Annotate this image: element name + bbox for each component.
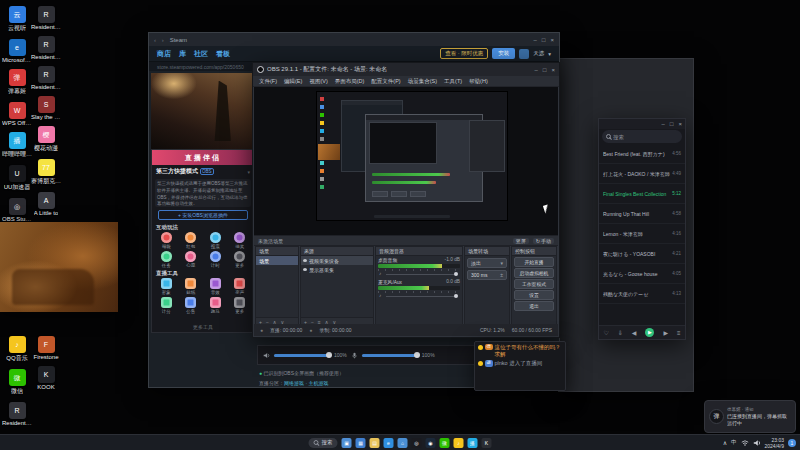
ime-indicator[interactable]: 中 — [731, 439, 737, 446]
tool-item[interactable]: 形象 — [154, 278, 179, 295]
clock[interactable]: 23:03 2024/4/9 — [765, 437, 784, 449]
history-arrows-icon[interactable]: ‹ › — [154, 37, 166, 43]
desktop-icon[interactable]: UUU加速器 — [2, 165, 32, 192]
portrait-mode-chip[interactable]: 竖屏 — [513, 238, 529, 244]
status-line-2-value[interactable]: 网络游戏 · 主机游戏 — [284, 380, 328, 386]
previous-icon[interactable]: ◀ — [632, 330, 637, 336]
desktop-icon[interactable]: 樱樱花动漫 — [31, 126, 61, 153]
menu-item[interactable]: 界面布局(D) — [335, 78, 365, 85]
promo-button[interactable]: 查看 · 限时优惠 — [440, 48, 488, 59]
transitions-dock-title[interactable]: 场景转场 — [465, 247, 509, 256]
desktop-icon[interactable]: FFirestone — [31, 336, 61, 360]
more-tools-link[interactable]: 更多工具 — [152, 322, 254, 332]
steam-tab[interactable]: 库 — [179, 49, 186, 59]
taskbar-icon-microsoft-store[interactable]: ⌂ — [398, 438, 408, 448]
desktop-icon[interactable]: 播哔哩哔哩直播 — [2, 132, 32, 159]
menu-item[interactable]: 编辑(E) — [284, 78, 302, 85]
desktop-icon[interactable]: RResident Evil 2 — [31, 6, 61, 30]
visibility-eye-icon[interactable] — [303, 259, 307, 262]
maximize-icon[interactable]: □ — [542, 37, 546, 43]
desktop-icon[interactable]: WWPS Office — [2, 102, 32, 126]
obs-control-button[interactable]: 工作室模式 — [514, 279, 554, 289]
notification-badge[interactable]: 1 — [788, 439, 796, 447]
taskbar-icon-kook[interactable]: K — [482, 438, 492, 448]
desktop-icon[interactable]: SSlay the Spire — [31, 96, 61, 120]
tool-item[interactable]: 福袋 — [154, 232, 179, 249]
tool-item[interactable]: 贴纸 — [179, 278, 204, 295]
speaker-volume-slider[interactable] — [274, 354, 330, 357]
tool-item[interactable]: 音效 — [203, 278, 228, 295]
menu-item[interactable]: 配置文件(P) — [371, 78, 400, 85]
desktop-icon[interactable]: 云云视听 — [2, 6, 32, 33]
steam-titlebar[interactable]: ‹ › Steam – □ × — [149, 33, 559, 46]
avatar[interactable] — [519, 49, 529, 59]
obs-titlebar[interactable]: OBS 29.1.1 - 配置文件: 未命名 - 场景: 未命名 – □ × — [253, 63, 559, 76]
tool-item[interactable]: 心愿 — [179, 251, 204, 268]
song-row[interactable]: 打上花火 - DAOKO / 米津玄師4:49 — [599, 164, 685, 184]
taskbar-icon-task-view[interactable]: ▣ — [342, 438, 352, 448]
desktop-icon[interactable]: ◎OBS Studio — [2, 198, 32, 222]
favorite-icon[interactable]: ♡ — [603, 330, 608, 336]
spinner-icon[interactable]: ± — [500, 272, 503, 278]
source-item[interactable]: 显示器采集 — [301, 265, 373, 274]
volume-slider[interactable]: ♪ — [378, 271, 460, 277]
minimize-icon[interactable]: – — [535, 67, 538, 73]
desktop-icon[interactable]: KKOOK — [31, 366, 61, 390]
obs-control-button[interactable]: 启动虚拟相机 — [514, 268, 554, 278]
next-icon[interactable]: ▶ — [663, 330, 668, 336]
mic-volume-slider[interactable] — [362, 354, 418, 357]
install-plugin-button[interactable]: + 安装OBS浏览器插件 — [158, 210, 248, 220]
chevron-down-icon[interactable]: ▾ — [548, 51, 551, 57]
menu-item[interactable]: 场景集合(S) — [408, 78, 437, 85]
desktop-icon[interactable]: AA Little to — [31, 192, 61, 216]
music-search-box[interactable] — [602, 130, 682, 143]
taskbar-icon-file-explorer[interactable]: ▤ — [370, 438, 380, 448]
song-row[interactable]: Running Up That Hill4:58 — [599, 204, 685, 224]
username[interactable]: 天选 — [533, 50, 544, 57]
taskbar-icon-obs-studio[interactable]: ◎ — [412, 438, 422, 448]
scenes-dock-title[interactable]: 场景 — [256, 247, 298, 256]
menu-item[interactable]: 帮助(H) — [469, 78, 488, 85]
obs-control-button[interactable]: 开始直播 — [514, 257, 554, 267]
song-row[interactable]: 残酷な天使のテーゼ4:13 — [599, 284, 685, 304]
close-icon[interactable]: × — [550, 37, 554, 43]
steam-tab[interactable]: 商店 — [157, 49, 171, 59]
taskbar-icon-bilibili-live[interactable]: 播 — [468, 438, 478, 448]
transition-duration[interactable]: 300 ms ± — [467, 270, 507, 280]
song-row[interactable]: Best Friend (feat. 西野カナ)4:56 — [599, 144, 685, 164]
close-icon[interactable]: × — [678, 121, 682, 127]
play-icon[interactable]: ▶ — [645, 328, 654, 337]
close-icon[interactable]: × — [551, 67, 555, 73]
slider-knob[interactable] — [454, 294, 459, 299]
tool-item[interactable]: 红包 — [179, 232, 204, 249]
source-item[interactable]: 视频采集设备 — [301, 256, 373, 265]
taskbar-icon-steam[interactable]: ◉ — [426, 438, 436, 448]
maximize-icon[interactable]: □ — [670, 121, 674, 127]
menu-item[interactable]: 工具(T) — [444, 78, 462, 85]
mixer-dock-title[interactable]: 音频混音器 — [376, 247, 462, 256]
slider-knob[interactable] — [414, 352, 420, 358]
song-row[interactable]: 夜に駆ける - YOASOBI4:21 — [599, 244, 685, 264]
tray-expand-icon[interactable]: ∧ — [723, 439, 727, 446]
slider-knob[interactable] — [326, 352, 332, 358]
controls-dock-title[interactable]: 控制按钮 — [512, 247, 556, 256]
maximize-icon[interactable]: □ — [543, 67, 547, 73]
download-icon[interactable]: ⇩ — [618, 330, 623, 336]
game-artwork[interactable] — [151, 73, 255, 149]
tool-item[interactable]: 更多 — [228, 251, 253, 268]
tool-item[interactable]: 抽奖 — [228, 232, 253, 249]
desktop-icon[interactable]: 77赛博朋克2077 — [31, 159, 61, 186]
desktop-icon[interactable]: ♪QQ音乐 — [2, 336, 32, 363]
song-row[interactable]: Lemon - 米津玄師4:16 — [599, 224, 685, 244]
menu-item[interactable]: 文件(F) — [259, 78, 277, 85]
desktop-icon[interactable]: RResident Evil Re — [2, 402, 32, 426]
obs-control-button[interactable]: 退出 — [514, 301, 554, 311]
desktop-icon[interactable]: 微微信 — [2, 369, 32, 396]
chevron-down-icon[interactable]: ▾ — [247, 169, 250, 175]
song-row[interactable]: Final Singles Best Collection5:12 — [599, 184, 685, 204]
taskbar-icon-wechat[interactable]: 微 — [440, 438, 450, 448]
desktop-icon[interactable]: 弹弹幕姬 — [2, 69, 32, 96]
steam-tab[interactable]: 看板 — [216, 49, 230, 59]
sources-dock-title[interactable]: 来源 — [301, 247, 373, 256]
scene-item[interactable]: 场景 — [256, 256, 298, 265]
